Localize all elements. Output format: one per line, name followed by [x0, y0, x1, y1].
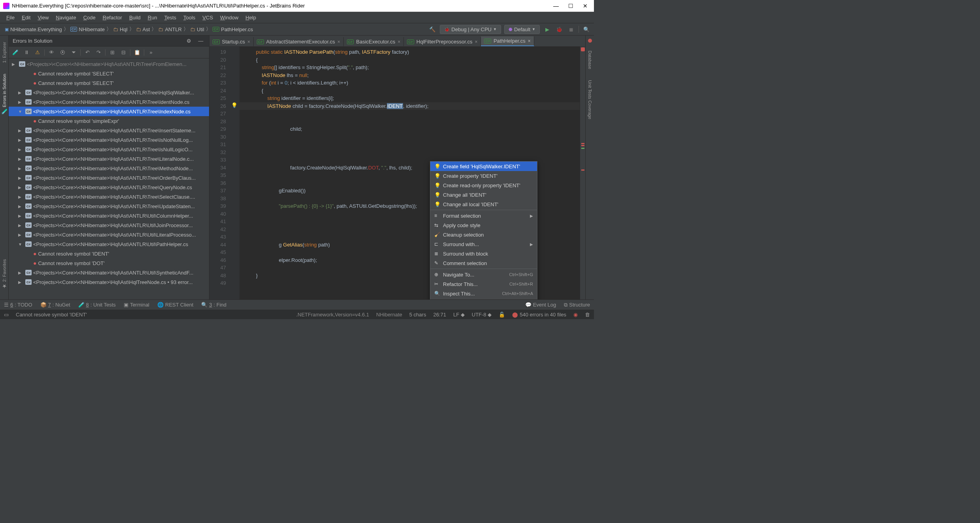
menu-item-inspect-this---[interactable]: 🔍Inspect This...Ctrl+Alt+Shift+A	[430, 289, 537, 298]
tree-file-row[interactable]: C#<Projects>\<Core>\<NHibernate>\Hql\Ast…	[9, 230, 209, 239]
tree-file-row[interactable]: C#<Projects>\<Core>\<NHibernate>\Hql\Ast…	[9, 201, 209, 211]
left-tab-1--explorer[interactable]: 1: Explorer	[1, 39, 8, 66]
prev-icon[interactable]: ↶	[83, 48, 92, 57]
run-button[interactable]: ▶	[543, 25, 552, 34]
menu-refactor[interactable]: Refactor	[100, 14, 125, 21]
menu-view[interactable]: View	[34, 14, 52, 21]
close-tab-icon[interactable]: ×	[398, 39, 400, 45]
breadcrumb-2[interactable]: 🗀 Hql	[111, 26, 129, 32]
right-tab-unit-tests-coverage[interactable]: Unit Tests Coverage	[587, 77, 593, 122]
menu-item-cleanup-selection[interactable]: 🧹Cleanup selection	[430, 230, 537, 239]
hammer-icon[interactable]: 🔨	[428, 25, 437, 34]
stop-button[interactable]: ◼	[567, 25, 575, 34]
right-tab-database[interactable]: Database	[587, 47, 593, 72]
menu-item-change-all--ident-[interactable]: 💡Change all 'IDENT'	[430, 190, 537, 199]
status-project[interactable]: NHibernate	[376, 312, 402, 318]
bottom-tab-todo[interactable]: ☰ 6: TODO	[4, 302, 32, 308]
breadcrumb-3[interactable]: 🗀 Ast	[134, 26, 152, 32]
menu-edit[interactable]: Edit	[19, 14, 34, 21]
analysis-status-icon[interactable]	[581, 47, 585, 51]
menu-item-comment-selection[interactable]: ✎Comment selection	[430, 258, 537, 268]
menu-item-change-all-local--ident-[interactable]: 💡Change all local 'IDENT'	[430, 199, 537, 209]
code-area[interactable]: 1920212223242526272829303132333435363738…	[209, 47, 585, 299]
menu-run[interactable]: Run	[145, 14, 160, 21]
tree-file-row[interactable]: C#<Projects>\<Core>\<NHibernate>\Hql\Ast…	[9, 88, 209, 97]
bottom-tab-rest[interactable]: 🌐 REST Client	[157, 302, 193, 308]
flask-icon[interactable]: 🧪	[11, 48, 20, 57]
minimize-button[interactable]: —	[553, 3, 559, 9]
target-icon[interactable]: ⦿	[58, 48, 67, 57]
menu-vcs[interactable]: VCS	[199, 14, 216, 21]
bottom-tab-nuget[interactable]: 📦 7: NuGet	[40, 302, 70, 308]
tree-file-row[interactable]: C#<Projects>\<Core>\<NHibernate>\Hql\Ast…	[9, 145, 209, 154]
tree-file-row[interactable]: C#<Projects>\<Core>\<NHibernate>\Hql\Ast…	[9, 182, 209, 192]
close-button[interactable]: ✕	[583, 3, 588, 9]
editor-tab-startup[interactable]: C#Startup.cs×	[209, 37, 254, 46]
tree-error-row[interactable]: Cannot resolve symbol 'IDENT'	[9, 249, 209, 258]
menu-navigate[interactable]: Navigate	[53, 14, 79, 21]
filter-icon[interactable]: ⏷	[69, 48, 78, 57]
left-tab-errors-in-solution[interactable]: 🧪Errors in Solution	[0, 71, 8, 118]
bottom-tab-struct[interactable]: ⧉ Structure	[564, 302, 590, 308]
menu-item-create-field--hqlsqlwalker-ident-[interactable]: 💡Create field 'HqlSqlWalker.IDENT'	[430, 162, 537, 171]
expand-icon[interactable]: ⊞	[108, 48, 117, 57]
tree-file-row[interactable]: C#<Projects>\<Core>\<NHibernate>\Hql\Ast…	[9, 107, 209, 116]
errors-tree[interactable]: C#<Projects>\<Core>\<NHibernate>\Hql\Ast…	[9, 58, 209, 299]
menu-item-apply-code-style[interactable]: ⇆Apply code style	[430, 220, 537, 230]
close-tab-icon[interactable]: ×	[528, 38, 531, 44]
export-icon[interactable]: 📋	[133, 48, 141, 57]
tree-file-row[interactable]: C#<Projects>\<Core>\<NHibernate>\Hql\Ast…	[9, 211, 209, 220]
menu-build[interactable]: Build	[126, 14, 144, 21]
pause-icon[interactable]: ⏸	[22, 48, 31, 57]
menu-item-create-property--ident-[interactable]: 💡Create property 'IDENT'	[430, 171, 537, 181]
error-marker-icon[interactable]	[588, 39, 592, 43]
tree-file-row[interactable]: C#<Projects>\<Core>\<NHibernate>\Hql\Ast…	[9, 268, 209, 277]
menu-item-refactor-this---[interactable]: ✂Refactor This...Ctrl+Shift+R	[430, 279, 537, 289]
tree-file-row[interactable]: C#<Projects>\<Core>\<NHibernate>\Hql\Ast…	[9, 220, 209, 230]
maximize-button[interactable]: ☐	[568, 3, 573, 9]
bottom-tab-tests[interactable]: 🧪 8: Unit Tests	[78, 302, 116, 308]
warning-icon[interactable]: ⚠	[33, 48, 42, 57]
tree-error-row[interactable]: Cannot resolve symbol 'simpleExpr'	[9, 116, 209, 126]
error-stripe[interactable]	[580, 47, 585, 299]
tree-file-row[interactable]: C#<Projects>\<Core>\<NHibernate>\Hql\Ast…	[9, 154, 209, 164]
menu-item-format-selection[interactable]: ≡Format selection▶	[430, 211, 537, 220]
tree-row[interactable]: C#<Projects>\<Core>\<NHibernate>\Hql\Ast…	[9, 59, 209, 69]
status-progress-icon[interactable]: ◉	[573, 312, 578, 318]
more-icon[interactable]: »	[147, 48, 155, 57]
close-tab-icon[interactable]: ×	[337, 39, 340, 45]
breadcrumb-0[interactable]: ▣ NHibernate.Everything	[3, 26, 64, 32]
status-errors[interactable]: ⬤ 540 errors in 40 files	[512, 312, 566, 318]
close-tab-icon[interactable]: ×	[247, 39, 250, 45]
tree-file-row[interactable]: C#<Projects>\<Core>\<NHibernate>\Hql\Ast…	[9, 192, 209, 201]
editor-tab-pathhelper[interactable]: C#PathHelper.cs×	[481, 36, 534, 46]
menu-item-create-read-only-property--ident-[interactable]: 💡Create read-only property 'IDENT'	[430, 181, 537, 190]
breadcrumb-1[interactable]: C# NHibernate	[69, 26, 106, 32]
gear-icon[interactable]: ⚙	[185, 37, 193, 45]
status-trash-icon[interactable]: 🗑	[585, 312, 590, 318]
tree-file-row[interactable]: C#<Projects>\<Core>\<NHibernate>\Hql\Ast…	[9, 135, 209, 145]
tree-file-row[interactable]: C#<Projects>\<Core>\<NHibernate>\Hql\Ast…	[9, 97, 209, 107]
tree-error-row[interactable]: Cannot resolve symbol 'SELECT'	[9, 78, 209, 88]
collapse-icon[interactable]: ⊟	[119, 48, 128, 57]
tree-error-row[interactable]: Cannot resolve symbol 'DOT'	[9, 258, 209, 268]
bottom-tab-term[interactable]: ▣ Terminal	[124, 302, 149, 308]
editor-tab-abstractstatementexecutor[interactable]: C#AbstractStatementExecutor.cs×	[254, 37, 344, 46]
editor-tab-hqlfilterpreprocessor[interactable]: C#HqlFilterPreprocessor.cs×	[404, 37, 481, 46]
status-position[interactable]: 26:71	[433, 312, 446, 318]
tree-file-row[interactable]: C#<Projects>\<Core>\<NHibernate>\Hql\Ast…	[9, 173, 209, 182]
tree-file-row[interactable]: C#<Projects>\<Core>\<NHibernate>\Hql\Ast…	[9, 239, 209, 249]
tree-file-row[interactable]: C#<Projects>\<Core>\<NHibernate>\Hql\Ast…	[9, 164, 209, 173]
menu-file[interactable]: File	[3, 14, 18, 21]
menu-item-navigate-to---[interactable]: ⊕Navigate To...Ctrl+Shift+G	[430, 270, 537, 279]
menu-help[interactable]: Help	[242, 14, 259, 21]
breadcrumb-4[interactable]: 🗀 ANTLR	[156, 26, 183, 32]
bottom-tab-bell[interactable]: 💬 Event Log	[525, 302, 556, 308]
tree-file-row[interactable]: C#<Projects>\<Core>\<NHibernate>\Hql\Ast…	[9, 126, 209, 135]
breadcrumb-5[interactable]: 🗀 Util	[188, 26, 206, 32]
build-config-dropdown[interactable]: 🐞 Debug | Any CPU ▼	[440, 25, 501, 34]
menu-item-generate-code---[interactable]: ⟳Generate Code...Alt+Insert	[430, 298, 537, 299]
breadcrumb-6[interactable]: C# PathHelper.cs	[211, 26, 254, 32]
status-indicator-icon[interactable]: ▭	[4, 312, 9, 318]
hide-icon[interactable]: 👁	[47, 48, 56, 57]
